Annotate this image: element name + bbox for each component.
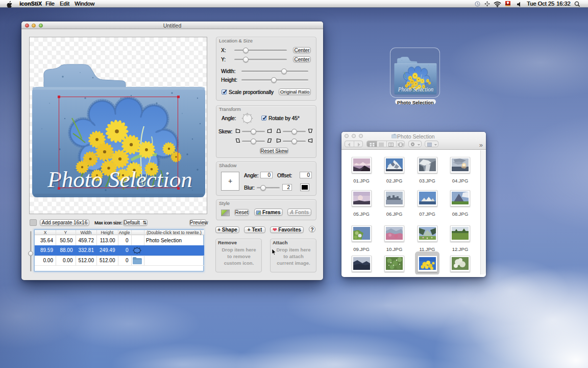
svg-text:Photo Selection: Photo Selection — [398, 85, 433, 93]
